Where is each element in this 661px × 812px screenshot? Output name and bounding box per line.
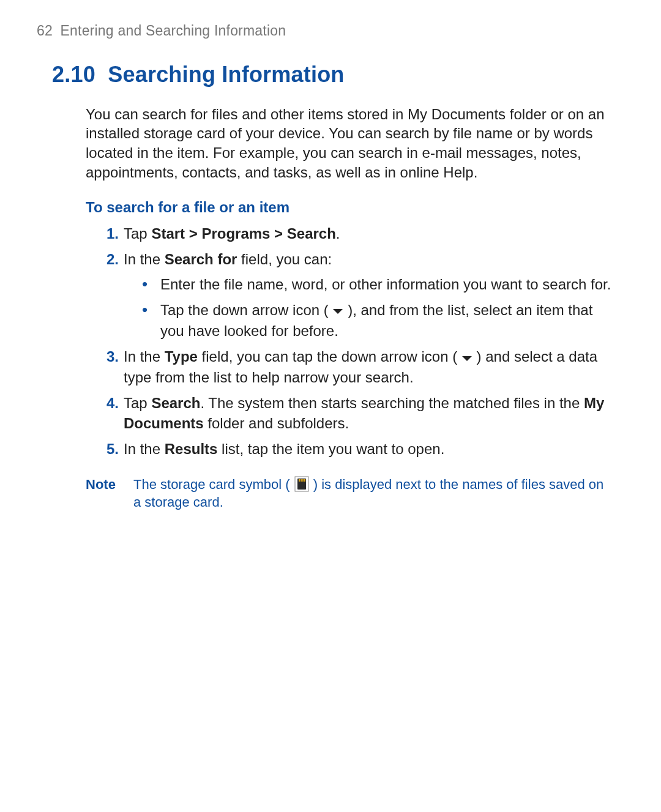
step-bold: Search (151, 395, 200, 411)
chapter-title: Entering and Searching Information (61, 23, 286, 39)
svg-rect-6 (302, 479, 304, 482)
step-text: field, you can tap the down arrow icon ( (198, 348, 457, 365)
step-5: 5. In the Results list, tap the item you… (98, 439, 612, 459)
note-block: Note The storage card symbol ( ) is disp… (86, 475, 612, 512)
step-text: In the (124, 348, 165, 365)
page: 62 Entering and Searching Information 2.… (0, 0, 661, 512)
dropdown-arrow-icon (332, 300, 343, 319)
bullet-text: Enter the file name, word, or other info… (160, 276, 611, 292)
svg-rect-7 (304, 479, 305, 482)
section-name: Searching Information (108, 62, 344, 87)
step-bold: Start > Programs > Search (151, 225, 335, 242)
step-number: 5. (98, 439, 119, 459)
intro-paragraph: You can search for files and other items… (86, 105, 612, 182)
step-text: In the (124, 251, 165, 267)
step-text: Tap (124, 395, 151, 411)
step-text: folder and subfolders. (204, 415, 349, 431)
running-header: 62 Entering and Searching Information (37, 21, 618, 40)
step-text: field, you can: (237, 251, 332, 267)
steps-list: 1. Tap Start > Programs > Search. 2. In … (98, 224, 612, 460)
svg-rect-4 (299, 479, 300, 482)
bullet-1: Enter the file name, word, or other info… (138, 275, 612, 294)
step-2: 2. In the Search for field, you can: Ent… (98, 250, 612, 341)
step-text: list, tap the item you want to open. (217, 441, 444, 457)
note-text-pre: The storage card symbol ( (133, 477, 290, 492)
step-3: 3. In the Type field, you can tap the do… (98, 347, 612, 387)
page-number: 62 (37, 23, 53, 39)
sub-bullets: Enter the file name, word, or other info… (138, 275, 612, 341)
bullet-2: Tap the down arrow icon ( ), and from th… (138, 300, 612, 341)
step-text: Tap (124, 225, 151, 242)
section-number: 2.10 (52, 62, 95, 87)
svg-marker-0 (333, 309, 343, 314)
svg-rect-5 (301, 479, 302, 482)
step-number: 3. (98, 347, 119, 367)
dropdown-arrow-icon (461, 347, 472, 367)
step-4: 4. Tap Search. The system then starts se… (98, 393, 612, 433)
step-1: 1. Tap Start > Programs > Search. (98, 224, 612, 244)
section-title: 2.10 Searching Information (52, 60, 618, 90)
content: You can search for files and other items… (86, 105, 612, 512)
note-text: The storage card symbol ( ) is displayed… (133, 475, 612, 512)
step-bold: Type (165, 348, 198, 365)
svg-marker-1 (462, 356, 472, 361)
step-bold: Search for (165, 251, 237, 267)
note-label: Note (86, 475, 133, 512)
step-text: . The system then starts searching the m… (200, 395, 584, 411)
procedure-heading: To search for a file or an item (86, 198, 612, 217)
storage-card-icon (294, 476, 309, 492)
step-number: 1. (98, 224, 119, 244)
step-number: 4. (98, 393, 119, 413)
step-text: . (336, 225, 340, 242)
bullet-text: Tap the down arrow icon ( (160, 302, 329, 318)
step-bold: Results (165, 441, 218, 457)
step-number: 2. (98, 250, 119, 269)
step-text: In the (124, 441, 165, 457)
